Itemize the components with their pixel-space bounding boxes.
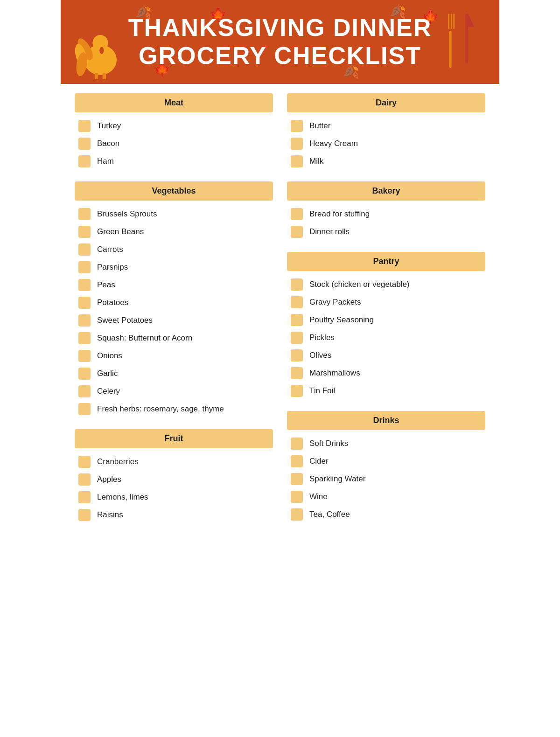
list-item: Milk: [287, 153, 485, 170]
list-item: Heavy Cream: [287, 135, 485, 153]
section-header-bakery: Bakery: [287, 181, 485, 201]
checkbox[interactable]: [78, 297, 91, 309]
list-item: Stock (chicken or vegetable): [287, 276, 485, 293]
checkbox[interactable]: [291, 296, 303, 308]
checkbox[interactable]: [78, 456, 91, 468]
list-item: Sparkling Water: [287, 470, 485, 488]
checkbox[interactable]: [291, 385, 303, 397]
checkbox[interactable]: [78, 279, 91, 291]
page-title: THANKSGIVING DINNER GROCERY CHECKLIST: [128, 14, 432, 70]
list-item: Olives: [287, 347, 485, 364]
checkbox[interactable]: [291, 455, 303, 467]
list-item: Bread for stuffing: [287, 205, 485, 223]
checkbox[interactable]: [78, 243, 91, 256]
list-item: Dinner rolls: [287, 223, 485, 241]
list-item: Tea, Coffee: [287, 506, 485, 523]
checkbox[interactable]: [291, 491, 303, 503]
checkbox[interactable]: [78, 332, 91, 344]
list-item: Peas: [75, 276, 273, 294]
checkbox[interactable]: [291, 278, 303, 291]
list-item: Lemons, limes: [75, 488, 273, 506]
checkbox[interactable]: [78, 120, 91, 132]
list-item: Cider: [287, 452, 485, 470]
right-column: Dairy Butter Heavy Cream Milk Bakery Bre…: [287, 93, 485, 535]
drinks-list: Soft Drinks Cider Sparkling Water Wine T…: [287, 435, 485, 523]
section-pantry: Pantry Stock (chicken or vegetable) Grav…: [287, 252, 485, 400]
svg-rect-8: [103, 73, 106, 79]
section-header-vegetables: Vegetables: [75, 181, 273, 201]
section-header-pantry: Pantry: [287, 252, 485, 271]
section-header-dairy: Dairy: [287, 93, 485, 112]
svg-rect-7: [95, 73, 98, 79]
list-item: Gravy Packets: [287, 293, 485, 311]
dairy-list: Butter Heavy Cream Milk: [287, 117, 485, 170]
svg-rect-12: [453, 14, 455, 29]
checkbox[interactable]: [78, 314, 91, 327]
checkbox[interactable]: [78, 155, 91, 167]
list-item: Fresh herbs: rosemary, sage, thyme: [75, 400, 273, 418]
checkbox[interactable]: [78, 385, 91, 397]
list-item: Wine: [287, 488, 485, 506]
checkbox[interactable]: [291, 508, 303, 521]
svg-rect-9: [449, 31, 452, 68]
checkbox[interactable]: [291, 138, 303, 150]
list-item: Poultry Seasoning: [287, 311, 485, 329]
page-header: 🍂 🍁 🍂 🍁 🍂 🍁 THANKSGIVING DINNER GROCERY …: [61, 0, 499, 84]
checkbox[interactable]: [78, 226, 91, 238]
checkbox[interactable]: [291, 349, 303, 362]
section-header-fruit: Fruit: [75, 429, 273, 448]
left-column: Meat Turkey Bacon Ham Vegetables Brussel…: [75, 93, 273, 535]
list-item: Cranberries: [75, 453, 273, 471]
section-bakery: Bakery Bread for stuffing Dinner rolls: [287, 181, 485, 241]
turkey-icon: [75, 23, 126, 79]
list-item: Turkey: [75, 117, 273, 135]
list-item: Pickles: [287, 329, 485, 347]
checkbox[interactable]: [78, 261, 91, 273]
list-item: Brussels Sprouts: [75, 205, 273, 223]
svg-rect-11: [451, 14, 452, 29]
section-fruit: Fruit Cranberries Apples Lemons, limes R…: [75, 429, 273, 524]
section-header-meat: Meat: [75, 93, 273, 112]
list-item: Marshmallows: [287, 364, 485, 382]
fruit-list: Cranberries Apples Lemons, limes Raisins: [75, 453, 273, 524]
list-item: Garlic: [75, 365, 273, 382]
svg-marker-14: [468, 14, 474, 27]
section-meat: Meat Turkey Bacon Ham: [75, 93, 273, 170]
checkbox[interactable]: [78, 350, 91, 362]
svg-point-3: [99, 47, 104, 54]
checkbox[interactable]: [78, 491, 91, 503]
checkbox[interactable]: [78, 138, 91, 150]
checkbox[interactable]: [291, 473, 303, 485]
checkbox[interactable]: [291, 120, 303, 132]
checkbox[interactable]: [78, 368, 91, 380]
section-drinks: Drinks Soft Drinks Cider Sparkling Water…: [287, 411, 485, 523]
utensils-icon: [443, 9, 481, 70]
list-item: Onions: [75, 347, 273, 365]
checkbox[interactable]: [78, 403, 91, 415]
list-item: Apples: [75, 471, 273, 488]
checkbox[interactable]: [291, 332, 303, 344]
list-item: Tin Foil: [287, 382, 485, 400]
list-item: Potatoes: [75, 294, 273, 312]
checkbox[interactable]: [291, 155, 303, 167]
checkbox[interactable]: [291, 208, 303, 220]
list-item: Celery: [75, 382, 273, 400]
pantry-list: Stock (chicken or vegetable) Gravy Packe…: [287, 276, 485, 400]
checkbox[interactable]: [291, 314, 303, 326]
list-item: Green Beans: [75, 223, 273, 241]
list-item: Soft Drinks: [287, 435, 485, 452]
bakery-list: Bread for stuffing Dinner rolls: [287, 205, 485, 241]
vegetables-list: Brussels Sprouts Green Beans Carrots Par…: [75, 205, 273, 418]
meat-list: Turkey Bacon Ham: [75, 117, 273, 170]
checkbox[interactable]: [78, 473, 91, 486]
list-item: Raisins: [75, 506, 273, 524]
section-dairy: Dairy Butter Heavy Cream Milk: [287, 93, 485, 170]
checkbox[interactable]: [78, 208, 91, 220]
list-item: Ham: [75, 153, 273, 170]
checklist-grid: Meat Turkey Bacon Ham Vegetables Brussel…: [75, 93, 485, 535]
checkbox[interactable]: [291, 438, 303, 450]
section-header-drinks: Drinks: [287, 411, 485, 430]
checkbox[interactable]: [78, 509, 91, 521]
checkbox[interactable]: [291, 367, 303, 379]
checkbox[interactable]: [291, 226, 303, 238]
